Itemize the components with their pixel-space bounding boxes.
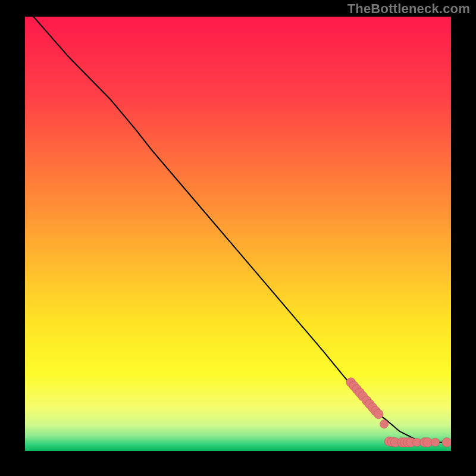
data-marker bbox=[442, 438, 451, 447]
data-marker bbox=[380, 420, 388, 428]
chart-svg bbox=[25, 17, 451, 451]
gradient-background bbox=[25, 17, 451, 451]
data-marker bbox=[423, 438, 433, 447]
chart-frame: TheBottleneck.com bbox=[0, 0, 476, 476]
plot-area bbox=[25, 17, 451, 451]
data-marker bbox=[431, 438, 439, 446]
watermark-text: TheBottleneck.com bbox=[347, 1, 470, 17]
data-marker bbox=[374, 409, 383, 419]
